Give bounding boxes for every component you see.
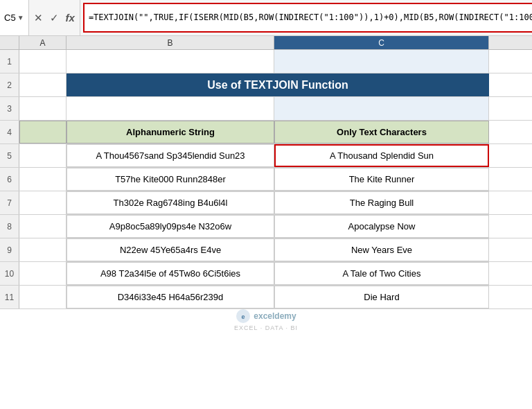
cell-ref-dropdown-arrow[interactable]: ▼ <box>17 14 24 21</box>
row-num-9: 9 <box>0 238 19 261</box>
formula-icons: ✕ ✓ fx <box>29 0 80 35</box>
confirm-icon[interactable]: ✓ <box>48 10 61 26</box>
cell-c10[interactable]: A Tale of Two Cities <box>274 262 489 285</box>
cell-a3[interactable] <box>19 97 66 120</box>
cell-a4[interactable] <box>19 121 66 143</box>
column-header-b[interactable]: B <box>66 36 274 49</box>
cell-b3[interactable] <box>66 97 274 120</box>
formula-bar: C5 ▼ ✕ ✓ fx =TEXTJOIN("",TRUE,IF(ISERR(M… <box>0 0 532 36</box>
row-num-2: 2 <box>0 73 19 96</box>
sheet-row-4: 4 Alphanumeric String Only Text Characte… <box>0 121 532 144</box>
cell-b8[interactable]: A9p8oc5a89ly09ps4e N32o6w <box>66 215 274 238</box>
cell-a1[interactable] <box>19 50 66 73</box>
cell-c3[interactable] <box>274 97 489 120</box>
column-header-c[interactable]: C <box>274 36 489 49</box>
cell-a10[interactable] <box>19 262 66 285</box>
sheet-row-9: 9 N22ew 45Ye65a4rs E4ve New Years Eve <box>0 238 532 262</box>
row-num-7: 7 <box>0 191 19 214</box>
sheet-row-11: 11 D346i33e45 H64a56r239d Die Hard <box>0 286 532 309</box>
cell-b11[interactable]: D346i33e45 H64a56r239d <box>66 286 274 308</box>
column-header-a[interactable]: A <box>19 36 66 49</box>
insert-function-icon[interactable]: fx <box>64 10 77 25</box>
cell-b1[interactable] <box>66 50 274 73</box>
exceldemy-logo-icon: e <box>236 308 251 324</box>
title-cell[interactable]: Use of TEXTJOIN Function <box>66 73 489 96</box>
cell-c6[interactable]: The Kite Runner <box>274 168 489 191</box>
svg-text:e: e <box>242 313 245 320</box>
cell-b9[interactable]: N22ew 45Ye65a4rs E4ve <box>66 238 274 261</box>
cell-c5[interactable]: A Thousand Splendid Sun <box>274 144 489 167</box>
spreadsheet-body: 1 2 Use of TEXTJOIN Function 3 4 Alphanu… <box>0 50 532 144</box>
cell-c7[interactable]: The Raging Bull <box>274 191 489 214</box>
cell-b6[interactable]: T57he Kite000 Runn2848er <box>66 168 274 191</box>
cell-c1[interactable] <box>274 50 489 73</box>
cell-c4-header[interactable]: Only Text Characters <box>274 121 489 143</box>
row-number-header-spacer <box>0 36 19 49</box>
watermark-brand: exceldemy <box>254 311 296 321</box>
row-num-4: 4 <box>0 121 19 143</box>
sheet-row-10: 10 A98 T2a34l5e of 45Tw8o 6Ci5t6ies A Ta… <box>0 262 532 286</box>
cell-a6[interactable] <box>19 168 66 191</box>
sheet-row-5: 5 A Thou4567sand Sp345lendid Sun23 A Tho… <box>0 144 532 168</box>
cell-reference-box[interactable]: C5 ▼ <box>0 0 29 35</box>
cell-a11[interactable] <box>19 286 66 308</box>
cell-c8[interactable]: Apocalypse Now <box>274 215 489 238</box>
cell-a2[interactable] <box>19 73 66 96</box>
cell-b5[interactable]: A Thou4567sand Sp345lendid Sun23 <box>66 144 274 167</box>
sheet-row-7: 7 Th302e Rag6748ing B4u6l4l The Raging B… <box>0 191 532 215</box>
sheet-row-8: 8 A9p8oc5a89ly09ps4e N32o6w Apocalypse N… <box>0 215 532 238</box>
column-headers: A B C <box>0 36 532 50</box>
sheet-row-3: 3 <box>0 97 532 121</box>
row-num-8: 8 <box>0 215 19 238</box>
cell-a5[interactable] <box>19 144 66 167</box>
formula-text: =TEXTJOIN("",TRUE,IF(ISERR(MID(B5,ROW(IN… <box>89 12 532 24</box>
cell-ref-value: C5 <box>4 12 16 23</box>
cell-a8[interactable] <box>19 215 66 238</box>
row-num-1: 1 <box>0 50 19 73</box>
watermark-tagline: EXCEL · DATA · BI <box>234 324 298 331</box>
row-num-6: 6 <box>0 168 19 191</box>
cell-c11[interactable]: Die Hard <box>274 286 489 308</box>
sheet-row-6: 6 T57he Kite000 Runn2848er The Kite Runn… <box>0 168 532 191</box>
cell-a7[interactable] <box>19 191 66 214</box>
cell-b7[interactable]: Th302e Rag6748ing B4u6l4l <box>66 191 274 214</box>
sheet-row-2: 2 Use of TEXTJOIN Function <box>0 73 532 97</box>
sheet-row-1: 1 <box>0 50 532 73</box>
cell-b4-header[interactable]: Alphanumeric String <box>66 121 274 143</box>
formula-input-area[interactable]: =TEXTJOIN("",TRUE,IF(ISERR(MID(B5,ROW(IN… <box>83 3 532 33</box>
cell-a9[interactable] <box>19 238 66 261</box>
row-num-5: 5 <box>0 144 19 167</box>
data-rows: 5 A Thou4567sand Sp345lendid Sun23 A Tho… <box>0 144 532 309</box>
row-num-11: 11 <box>0 286 19 308</box>
cancel-icon[interactable]: ✕ <box>32 10 45 26</box>
watermark-area: e exceldemy EXCEL · DATA · BI <box>0 309 532 330</box>
row-num-10: 10 <box>0 262 19 285</box>
row-num-3: 3 <box>0 97 19 120</box>
cell-c9[interactable]: New Years Eve <box>274 238 489 261</box>
cell-b10[interactable]: A98 T2a34l5e of 45Tw8o 6Ci5t6ies <box>66 262 274 285</box>
